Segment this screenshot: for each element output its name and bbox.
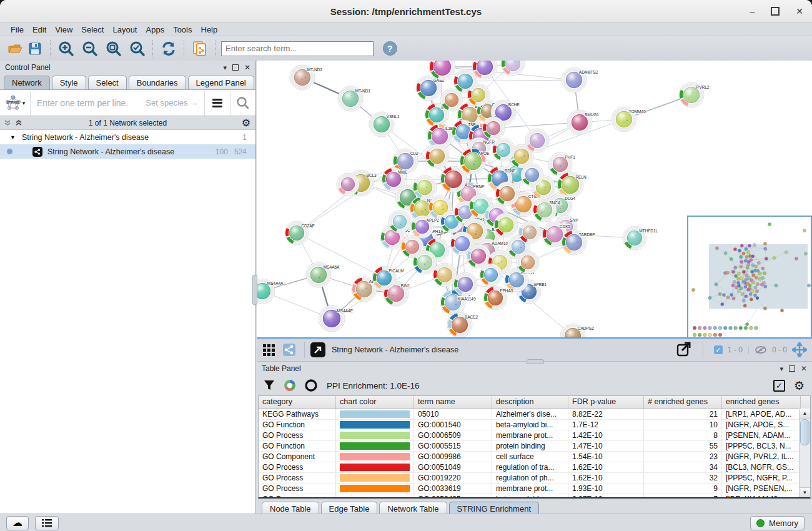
pan-crosshair-icon[interactable]: [792, 342, 807, 357]
donut-chart-icon[interactable]: [283, 379, 297, 392]
table-row[interactable]: GO ProcessGO:0051049regulation of tra...…: [259, 462, 810, 473]
network-node-ms4a4a[interactable]: MS4A4A: [257, 279, 284, 304]
table-row[interactable]: GO ProcessGO:0006509membrane prot...1.42…: [259, 430, 810, 441]
network-node-mthfd1l[interactable]: MTHFD1L: [623, 226, 658, 250]
task-history-button[interactable]: [35, 516, 59, 530]
zoom-out-button[interactable]: [80, 39, 100, 59]
panel-close-icon[interactable]: ✕: [801, 364, 807, 373]
network-node[interactable]: [467, 84, 490, 106]
cloud-tasks-button[interactable]: ☁: [6, 516, 29, 530]
network-node-mt-nd2[interactable]: MT-ND2: [290, 65, 322, 90]
close-button[interactable]: ✕: [796, 7, 803, 16]
column-header-FDR-p-value[interactable]: FDR p-value: [568, 396, 644, 409]
network-from-file-button[interactable]: [190, 39, 210, 59]
table-row[interactable]: GO ProcessGO:0033619membrane prot...1.93…: [259, 484, 810, 494]
network-node[interactable]: [494, 213, 518, 237]
network-node-smug1[interactable]: SMUG1: [567, 110, 599, 135]
network-node[interactable]: [413, 251, 437, 274]
minimize-button[interactable]: –: [750, 7, 755, 16]
memory-button[interactable]: Memory: [750, 516, 805, 530]
network-node-pvrl2[interactable]: PVRL2: [679, 82, 710, 107]
table-row[interactable]: GO FunctionGO:0005515protein binding1.47…: [259, 441, 810, 452]
open-file-button[interactable]: [5, 39, 25, 59]
network-node[interactable]: [337, 173, 359, 196]
menu-item-layout[interactable]: Layout: [108, 24, 141, 36]
select-terms-checkbox[interactable]: ✓: [773, 380, 785, 392]
menu-item-select[interactable]: Select: [77, 24, 108, 36]
birds-eye-view[interactable]: [687, 216, 812, 337]
network-edge[interactable]: [465, 80, 574, 81]
tab-style[interactable]: Style: [52, 76, 86, 89]
network-node-ms4a6a[interactable]: MS4A6A: [306, 262, 340, 287]
panel-menu-icon[interactable]: ▾: [780, 365, 783, 373]
panel-float-icon[interactable]: [232, 64, 239, 71]
network-node-apoe[interactable]: APOE: [460, 148, 490, 174]
menu-item-apps[interactable]: Apps: [142, 24, 169, 36]
menu-item-edit[interactable]: Edit: [28, 24, 51, 36]
tab-select[interactable]: Select: [88, 76, 127, 89]
tab-boundaries[interactable]: Boundaries: [129, 76, 186, 89]
panel-close-icon[interactable]: ✕: [244, 63, 250, 72]
network-canvas[interactable]: MT-ND2MT-ND1VSNL1GAB2IRS1ABCA1CHATBCHETN…: [257, 61, 812, 337]
menu-item-help[interactable]: Help: [197, 24, 222, 36]
network-node[interactable]: [389, 211, 411, 233]
table-splitter-handle[interactable]: [527, 359, 544, 364]
network-collection-row[interactable]: ▼ String Network - Alzheimer's disease 1: [0, 130, 255, 144]
zoom-selected-button[interactable]: [127, 39, 147, 59]
network-node-mt-nd1[interactable]: MT-ND1: [338, 86, 370, 111]
network-node[interactable]: [517, 251, 539, 274]
network-node-vsnl1[interactable]: VSNL1: [369, 112, 400, 137]
panel-splitter-handle[interactable]: [252, 275, 257, 305]
scroll-down-button[interactable]: ▼: [800, 487, 810, 497]
gear-icon[interactable]: ⚙: [242, 117, 250, 129]
enrichment-settings-gear-icon[interactable]: ⚙: [794, 379, 805, 393]
network-node[interactable]: [501, 61, 525, 76]
network-node[interactable]: [425, 144, 449, 168]
network-node-snca[interactable]: SNCA: [533, 198, 561, 222]
column-header-category[interactable]: category: [259, 396, 336, 409]
panel-menu-icon[interactable]: ▾: [223, 64, 227, 72]
string-query-input[interactable]: Enter one term per line. Set species →: [31, 90, 204, 116]
network-node-tardbp[interactable]: TARDBP: [562, 230, 595, 255]
menu-item-view[interactable]: View: [51, 24, 77, 36]
table-row[interactable]: GO FunctionGO:0001540beta-amyloid bi...1…: [259, 420, 810, 430]
save-session-button[interactable]: [25, 39, 45, 59]
string-search-button[interactable]: [230, 91, 255, 116]
network-row[interactable]: String Network - Alzheimer's disease 100…: [0, 144, 255, 159]
column-header-description[interactable]: description: [492, 396, 568, 409]
string-app-selector[interactable]: STRING ▾: [0, 91, 31, 116]
zoom-fit-button[interactable]: [104, 39, 124, 59]
refresh-network-button[interactable]: [159, 39, 179, 59]
scroll-up-button[interactable]: ▲: [800, 409, 810, 419]
network-node-bace2[interactable]: BACE2: [447, 312, 478, 337]
table-row[interactable]: GO ProcessGO:0050435beta-amyloid m...2.0…: [259, 494, 810, 499]
column-header-term-name[interactable]: term name: [414, 396, 492, 409]
maximize-button[interactable]: [771, 7, 780, 16]
network-badge-button[interactable]: [279, 340, 299, 360]
table-scrollbar[interactable]: ▲ ▼: [799, 409, 810, 497]
string-options-button[interactable]: [204, 91, 230, 116]
network-node-tomm40[interactable]: TOMM40: [611, 107, 646, 132]
grid-view-button[interactable]: [259, 340, 279, 360]
network-node[interactable]: [482, 117, 505, 139]
network-node[interactable]: [521, 164, 543, 186]
column-header-enriched-genes[interactable]: enriched genes: [722, 396, 801, 409]
tree-expand-icon[interactable]: ▼: [10, 134, 16, 141]
network-node-cadps2[interactable]: CADPS2: [560, 324, 594, 337]
network-node[interactable]: [492, 139, 515, 161]
network-node[interactable]: [480, 264, 502, 286]
tab-legend-panel[interactable]: Legend Panel: [188, 76, 254, 89]
table-row[interactable]: GO ProcessGO:0019220regulation of ph...1…: [259, 473, 810, 484]
network-node-cd2ap[interactable]: CD2AP: [285, 221, 315, 245]
network-node[interactable]: [433, 263, 457, 287]
network-node[interactable]: [525, 129, 549, 152]
ring-chart-icon[interactable]: [304, 379, 318, 392]
network-node-ms4a4e[interactable]: MS4A4E: [319, 305, 354, 332]
menu-item-file[interactable]: File: [6, 24, 28, 36]
network-node[interactable]: [453, 272, 477, 296]
column-header--enriched-genes[interactable]: # enriched genes: [644, 396, 722, 409]
table-row[interactable]: KEGG Pathways05010Alzheimer's dise...8.8…: [259, 409, 810, 420]
column-header-chart-color[interactable]: chart color: [336, 396, 414, 409]
network-node[interactable]: [440, 89, 463, 111]
menu-item-tools[interactable]: Tools: [169, 24, 196, 36]
